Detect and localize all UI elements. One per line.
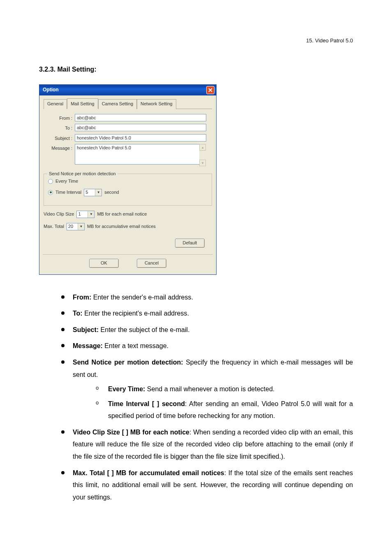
fieldset-legend: Send Notice per motion detection bbox=[47, 171, 118, 177]
desc-from-b: From: bbox=[73, 294, 91, 301]
dialog-title: Option bbox=[43, 86, 59, 93]
subject-label: Subject : bbox=[44, 134, 75, 142]
clipsize-suffix: MB for each email notice bbox=[97, 211, 147, 217]
close-icon[interactable] bbox=[206, 86, 214, 94]
chevron-down-icon[interactable]: ▼ bbox=[95, 189, 101, 196]
default-button[interactable]: Default bbox=[175, 239, 205, 248]
page-header: 15. Video Patrol 5.0 bbox=[39, 37, 353, 44]
list-item: Time Interval [ ] second: After sending … bbox=[96, 398, 353, 422]
to-input[interactable] bbox=[75, 124, 206, 131]
clipsize-prefix: Video Clip Size bbox=[44, 211, 74, 217]
notice-fieldset: Send Notice per motion detection Every T… bbox=[44, 174, 212, 205]
chevron-down-icon[interactable]: ▼ bbox=[78, 223, 84, 230]
list-item: Message: Enter a text message. bbox=[61, 340, 353, 352]
from-label: From : bbox=[44, 114, 75, 121]
tab-camera-setting[interactable]: Camera Setting bbox=[98, 99, 137, 109]
radio-interval-label: Time Interval bbox=[55, 189, 81, 195]
desc-to-b: To: bbox=[73, 310, 83, 317]
list-item: Every Time: Send a mail whenever a motio… bbox=[96, 383, 353, 395]
desc-max-b: Max. Total [ ] MB for accumulated email … bbox=[73, 469, 224, 476]
to-label: To : bbox=[44, 124, 75, 131]
sub-list: Every Time: Send a mail whenever a motio… bbox=[73, 383, 353, 422]
desc-subject-b: Subject: bbox=[73, 326, 99, 333]
message-label: Message : bbox=[44, 144, 75, 151]
desc-from-t: Enter the sender's e-mail address. bbox=[91, 294, 193, 301]
desc-every-b: Every Time: bbox=[108, 385, 145, 392]
message-scrollbar[interactable]: ▴ ▾ bbox=[199, 144, 206, 166]
desc-send-b: Send Notice per motion detection: bbox=[73, 359, 183, 366]
desc-clip-b: Video Clip Size [ ] MB for each notice bbox=[73, 429, 189, 436]
list-item: From: Enter the sender's e-mail address. bbox=[61, 291, 353, 304]
divider bbox=[43, 254, 213, 255]
scroll-down-icon[interactable]: ▾ bbox=[199, 160, 206, 166]
radio-every-time[interactable]: Every Time bbox=[48, 178, 208, 184]
interval-value: 5 bbox=[84, 189, 95, 196]
subject-input[interactable] bbox=[75, 134, 206, 142]
option-dialog: Option General Mail Setting Camera Setti… bbox=[39, 84, 217, 275]
list-item: To: Enter the recipient's e-mail address… bbox=[61, 307, 353, 320]
radio-icon[interactable] bbox=[48, 190, 53, 195]
maxtotal-value: 20 bbox=[67, 223, 78, 230]
interval-combo[interactable]: 5 ▼ bbox=[84, 189, 102, 196]
message-textarea[interactable] bbox=[75, 144, 200, 165]
interval-unit: second bbox=[104, 189, 119, 195]
radio-every-label: Every Time bbox=[55, 178, 78, 184]
maxtotal-combo[interactable]: 20 ▼ bbox=[67, 223, 85, 230]
section-title: 3.2.3. Mail Setting: bbox=[39, 65, 353, 74]
chevron-down-icon[interactable]: ▼ bbox=[88, 211, 94, 218]
ok-button[interactable]: OK bbox=[89, 259, 119, 268]
tab-general[interactable]: General bbox=[44, 99, 67, 109]
desc-to-t: Enter the recipient's e-mail address. bbox=[83, 310, 189, 317]
tab-mail-setting[interactable]: Mail Setting bbox=[67, 98, 98, 109]
desc-subject-t: Enter the subject of the e-mail. bbox=[99, 326, 189, 333]
from-input[interactable] bbox=[75, 114, 206, 121]
radio-time-interval[interactable]: Time Interval 5 ▼ second bbox=[48, 189, 208, 196]
scroll-up-icon[interactable]: ▴ bbox=[199, 144, 206, 151]
description-list: From: Enter the sender's e-mail address.… bbox=[39, 291, 353, 504]
desc-interval-b: Time Interval [ ] second bbox=[108, 400, 185, 407]
maxtotal-suffix: MB for accumulative email notices bbox=[87, 223, 156, 230]
radio-icon[interactable] bbox=[48, 179, 53, 184]
maxtotal-prefix: Max. Total bbox=[44, 223, 64, 230]
dialog-body: General Mail Setting Camera Setting Netw… bbox=[39, 95, 216, 274]
tabbar: General Mail Setting Camera Setting Netw… bbox=[44, 99, 212, 109]
desc-message-b: Message: bbox=[73, 342, 103, 349]
list-item: Max. Total [ ] MB for accumulated email … bbox=[61, 467, 353, 504]
clipsize-combo[interactable]: 1 ▼ bbox=[76, 211, 95, 218]
tab-network-setting[interactable]: Network Setting bbox=[137, 99, 176, 109]
list-item: Video Clip Size [ ] MB for each notice: … bbox=[61, 426, 353, 463]
list-item: Subject: Enter the subject of the e-mail… bbox=[61, 324, 353, 336]
list-item: Send Notice per motion detection: Specif… bbox=[61, 356, 353, 422]
titlebar: Option bbox=[39, 85, 216, 95]
desc-every-t: Send a mail whenever a motion is detecte… bbox=[145, 385, 274, 392]
desc-message-t: Enter a text message. bbox=[103, 342, 168, 349]
cancel-button[interactable]: Cancel bbox=[137, 259, 166, 268]
clipsize-value: 1 bbox=[77, 211, 88, 218]
